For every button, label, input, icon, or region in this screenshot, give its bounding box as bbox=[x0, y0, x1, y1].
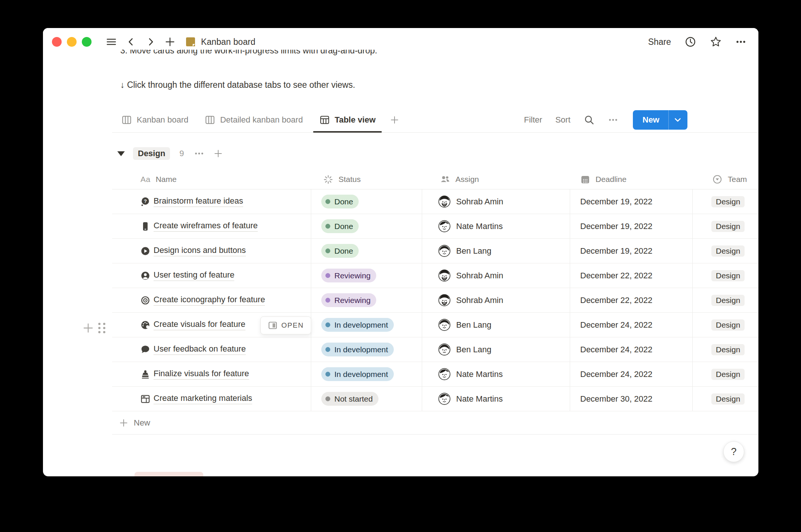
chevron-down-icon[interactable] bbox=[669, 115, 687, 125]
zoom-button[interactable] bbox=[82, 37, 92, 47]
group-toggle-triangle-icon[interactable] bbox=[117, 151, 125, 156]
name-cell[interactable]: User testing of feature bbox=[112, 263, 311, 288]
group-options-icon[interactable] bbox=[194, 148, 204, 159]
forward-icon[interactable] bbox=[145, 37, 156, 47]
table-row[interactable]: Create wireframes of feature Done Nate M… bbox=[112, 214, 758, 239]
status-cell[interactable]: Reviewing bbox=[311, 263, 422, 288]
status-badge[interactable]: Reviewing bbox=[321, 293, 376, 307]
status-badge[interactable]: Reviewing bbox=[321, 269, 376, 282]
close-button[interactable] bbox=[52, 37, 62, 47]
filter-button[interactable]: Filter bbox=[524, 115, 542, 125]
name-cell[interactable]: Design icons and buttons bbox=[112, 239, 311, 263]
assign-cell[interactable]: Sohrab Amin bbox=[422, 263, 570, 288]
table-row[interactable]: Finalize visuals for feature In developm… bbox=[112, 362, 758, 387]
status-cell[interactable]: Done bbox=[311, 189, 422, 214]
minimize-button[interactable] bbox=[67, 37, 77, 47]
status-cell[interactable]: Done bbox=[311, 214, 422, 238]
deadline-cell[interactable]: December 19, 2022 bbox=[570, 214, 693, 238]
task-name-link[interactable]: Design icons and buttons bbox=[154, 245, 246, 256]
new-button[interactable]: New bbox=[633, 110, 687, 130]
status-cell[interactable]: In development bbox=[311, 337, 422, 362]
deadline-cell[interactable]: December 22, 2022 bbox=[570, 263, 693, 288]
deadline-cell[interactable]: December 30, 2022 bbox=[570, 387, 693, 411]
deadline-cell[interactable]: December 22, 2022 bbox=[570, 288, 693, 312]
deadline-cell[interactable]: December 24, 2022 bbox=[570, 362, 693, 386]
new-page-icon[interactable] bbox=[165, 37, 175, 47]
status-cell[interactable]: Not started bbox=[311, 387, 422, 411]
status-cell[interactable]: Done bbox=[311, 239, 422, 263]
status-badge[interactable]: Done bbox=[321, 219, 359, 233]
status-badge[interactable]: In development bbox=[321, 318, 394, 332]
assign-cell[interactable]: Sohrab Amin bbox=[422, 288, 570, 312]
task-name-link[interactable]: Finalize visuals for feature bbox=[154, 369, 249, 380]
team-cell[interactable]: Design bbox=[693, 313, 758, 337]
column-header-assign[interactable]: Assign bbox=[422, 170, 570, 189]
task-name-link[interactable]: User testing of feature bbox=[154, 270, 234, 281]
favorite-star-icon[interactable] bbox=[710, 36, 722, 48]
column-header-name[interactable]: AaName bbox=[112, 170, 311, 189]
team-cell[interactable]: Design bbox=[693, 337, 758, 362]
table-row[interactable]: User testing of feature Reviewing Sohrab… bbox=[112, 263, 758, 288]
search-icon[interactable] bbox=[584, 114, 595, 126]
view-options-icon[interactable] bbox=[608, 115, 618, 125]
drag-handle-icon[interactable] bbox=[98, 323, 105, 333]
name-cell[interactable]: Create iconography for feature bbox=[112, 288, 311, 312]
assign-cell[interactable]: Ben Lang bbox=[422, 337, 570, 362]
table-row[interactable]: Create visuals for feature OPEN In devel… bbox=[112, 313, 758, 337]
deadline-cell[interactable]: December 24, 2022 bbox=[570, 313, 693, 337]
task-name-link[interactable]: Create wireframes of feature bbox=[154, 221, 258, 232]
name-cell[interactable]: Create visuals for feature OPEN bbox=[112, 313, 311, 337]
status-badge[interactable]: In development bbox=[321, 343, 394, 356]
assign-cell[interactable]: Ben Lang bbox=[422, 313, 570, 337]
sort-button[interactable]: Sort bbox=[555, 115, 570, 125]
team-cell[interactable]: Design bbox=[693, 387, 758, 411]
name-cell[interactable]: Create wireframes of feature bbox=[112, 214, 311, 238]
task-name-link[interactable]: Brainstorm feature ideas bbox=[154, 196, 243, 207]
help-button[interactable]: ? bbox=[723, 441, 744, 462]
table-row[interactable]: User feedback on feature In development … bbox=[112, 337, 758, 362]
assign-cell[interactable]: Nate Martins bbox=[422, 387, 570, 411]
view-tab-kanban-board[interactable]: Kanban board bbox=[121, 107, 188, 132]
column-header-deadline[interactable]: Deadline bbox=[570, 170, 693, 189]
deadline-cell[interactable]: December 19, 2022 bbox=[570, 189, 693, 214]
sidebar-menu-icon[interactable] bbox=[106, 36, 117, 47]
group-name-chip[interactable]: Design bbox=[133, 147, 170, 160]
updates-clock-icon[interactable] bbox=[684, 36, 696, 48]
add-view-icon[interactable] bbox=[390, 115, 399, 125]
table-row[interactable]: ? Brainstorm feature ideas Done Sohrab A… bbox=[112, 189, 758, 214]
assign-cell[interactable]: Nate Martins bbox=[422, 362, 570, 386]
name-cell[interactable]: User feedback on feature bbox=[112, 337, 311, 362]
assign-cell[interactable]: Ben Lang bbox=[422, 239, 570, 263]
share-button[interactable]: Share bbox=[648, 37, 671, 47]
status-cell[interactable]: In development bbox=[311, 313, 422, 337]
add-row-plus-icon[interactable] bbox=[83, 322, 94, 334]
status-badge[interactable]: Done bbox=[321, 244, 359, 258]
status-cell[interactable]: Reviewing bbox=[311, 288, 422, 312]
assign-cell[interactable]: Nate Martins bbox=[422, 214, 570, 238]
name-cell[interactable]: ? Brainstorm feature ideas bbox=[112, 189, 311, 214]
task-name-link[interactable]: Create visuals for feature bbox=[154, 319, 245, 330]
column-header-team[interactable]: Team bbox=[693, 170, 758, 189]
table-row[interactable]: Create iconography for feature Reviewing… bbox=[112, 288, 758, 313]
team-cell[interactable]: Design bbox=[693, 263, 758, 288]
team-cell[interactable]: Design bbox=[693, 288, 758, 312]
team-cell[interactable]: Design bbox=[693, 362, 758, 386]
table-row[interactable]: Create marketing materials Not started N… bbox=[112, 387, 758, 411]
status-cell[interactable]: In development bbox=[311, 362, 422, 386]
back-icon[interactable] bbox=[126, 37, 136, 47]
deadline-cell[interactable]: December 19, 2022 bbox=[570, 239, 693, 263]
task-name-link[interactable]: Create marketing materials bbox=[154, 393, 252, 404]
name-cell[interactable]: Finalize visuals for feature bbox=[112, 362, 311, 386]
group-add-icon[interactable] bbox=[213, 149, 223, 158]
new-button-label[interactable]: New bbox=[633, 115, 668, 125]
open-button[interactable]: OPEN bbox=[260, 316, 311, 334]
new-row-button[interactable]: New bbox=[112, 411, 758, 434]
table-row[interactable]: Design icons and buttons Done Ben Lang D… bbox=[112, 239, 758, 263]
team-cell[interactable]: Design bbox=[693, 239, 758, 263]
team-cell[interactable]: Design bbox=[693, 214, 758, 238]
deadline-cell[interactable]: December 24, 2022 bbox=[570, 337, 693, 362]
status-badge[interactable]: Not started bbox=[321, 392, 378, 406]
view-tab-detailed-kanban-board[interactable]: Detailed kanban board bbox=[205, 107, 303, 132]
task-name-link[interactable]: User feedback on feature bbox=[154, 344, 246, 355]
view-tab-table-view[interactable]: Table view bbox=[319, 107, 376, 132]
